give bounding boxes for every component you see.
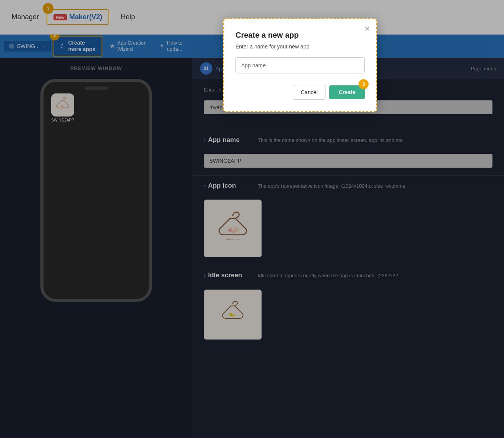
create-app-modal: ✕ Create a new app Enter a name for your… <box>223 18 377 112</box>
app-name-input[interactable] <box>235 57 365 73</box>
modal-subtitle: Enter a name for your new app <box>235 43 365 50</box>
modal-title: Create a new app <box>235 31 365 40</box>
cancel-button[interactable]: Cancel <box>293 85 326 100</box>
create-label: Create <box>339 89 355 95</box>
create-button[interactable]: 3 Create <box>329 85 365 99</box>
step3-badge: 3 <box>359 79 369 89</box>
modal-close-button[interactable]: ✕ <box>364 25 370 33</box>
modal-overlay: ✕ Create a new app Enter a name for your… <box>0 0 504 438</box>
modal-actions: Cancel 3 Create <box>235 85 365 100</box>
